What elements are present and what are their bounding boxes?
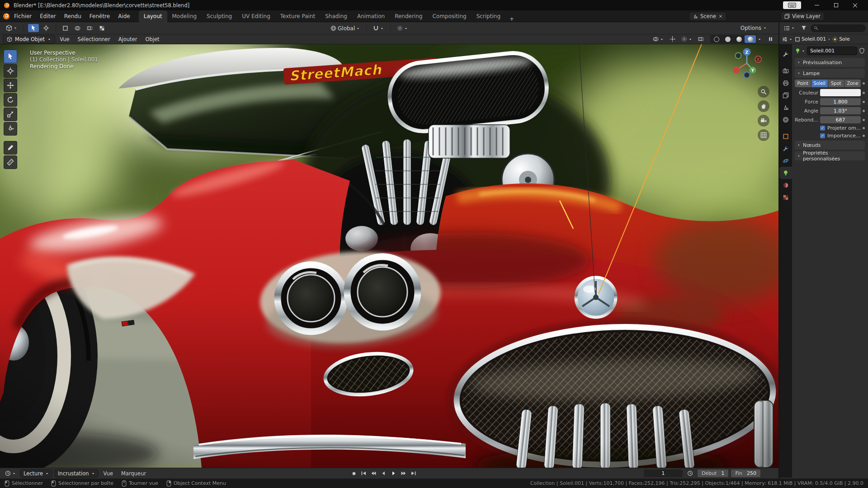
outliner-filter-button[interactable] <box>799 24 809 32</box>
properties-tab-object-data[interactable] <box>779 167 792 179</box>
workspace-tab-rendering[interactable]: Rendering <box>390 10 427 22</box>
shading-rendered-button[interactable] <box>745 35 756 43</box>
viewport-pan-button[interactable] <box>758 100 769 112</box>
menu-aide[interactable]: Aide <box>114 11 134 21</box>
options-dropdown[interactable]: Options <box>738 24 769 32</box>
menu-selectionner[interactable]: Sélectionner <box>74 35 114 44</box>
mode-option-2[interactable] <box>72 24 83 32</box>
light-type-spot[interactable]: Spot <box>828 80 844 87</box>
properties-tab-output[interactable] <box>779 77 792 89</box>
mode-option-3[interactable] <box>85 24 95 32</box>
mode-option-1[interactable] <box>60 24 71 32</box>
properties-tab-world[interactable] <box>779 113 792 126</box>
multiple-importance-checkbox[interactable]: Importance... <box>820 133 861 139</box>
toolbar-rotate[interactable] <box>4 93 17 107</box>
gizmos-toggle[interactable] <box>667 35 678 43</box>
light-datablock-menu[interactable] <box>795 48 805 54</box>
shading-dropdown-icon[interactable] <box>758 38 761 41</box>
properties-tab-scene[interactable] <box>779 101 792 113</box>
current-frame-field[interactable]: 1 <box>644 469 683 477</box>
viewport-ortho-button[interactable] <box>758 129 769 141</box>
toolbar-3d-cursor[interactable] <box>4 64 17 78</box>
properties-tab-physics[interactable] <box>779 155 792 167</box>
angle-field[interactable]: 1.03° <box>820 107 861 114</box>
animate-dot[interactable] <box>863 119 865 121</box>
light-type-point[interactable]: Point <box>795 80 811 87</box>
toolbar-transform[interactable] <box>4 122 17 136</box>
header-pause-button[interactable] <box>765 35 776 43</box>
jump-to-start-button[interactable] <box>359 469 368 478</box>
properties-tab-object[interactable] <box>779 130 792 142</box>
unlink-scene-icon[interactable] <box>718 14 723 19</box>
toolbar-select-box[interactable] <box>4 50 17 63</box>
mode-option-4[interactable] <box>97 24 107 32</box>
tool-tweak[interactable] <box>41 24 52 32</box>
toolbar-annotate[interactable] <box>4 141 17 155</box>
menu-fichier[interactable]: Fichier <box>10 11 36 21</box>
proportional-editing-toggle[interactable] <box>395 24 410 32</box>
menu-ajouter[interactable]: Ajouter <box>115 35 141 44</box>
minimize-button[interactable] <box>807 0 826 10</box>
light-color-swatch[interactable] <box>820 89 861 96</box>
light-type-zone[interactable]: Zone <box>844 80 861 87</box>
play-reverse-button[interactable] <box>379 469 388 478</box>
timeline-menu-vue[interactable]: Vue <box>100 469 116 478</box>
editor-type-selector[interactable] <box>4 24 19 32</box>
snap-toggle[interactable] <box>371 24 386 32</box>
breadcrumb-object-name[interactable]: Soleil.001 <box>802 36 826 42</box>
workspace-tab-sculpting[interactable]: Sculpting <box>202 10 237 22</box>
toolbar-measure[interactable] <box>4 155 17 169</box>
workspace-tab-animation[interactable]: Animation <box>352 10 390 22</box>
menu-rendu[interactable]: Rendu <box>60 11 85 21</box>
add-workspace-button[interactable]: + <box>505 16 518 22</box>
datablock-name-field[interactable]: Soleil.001 <box>807 47 857 55</box>
properties-editor-selector[interactable] <box>781 36 793 42</box>
object-visibility-dropdown[interactable] <box>651 35 666 43</box>
outliner-search-input[interactable] <box>811 24 866 32</box>
light-type-soleil[interactable]: Soleil <box>811 80 828 87</box>
preview-range-button[interactable] <box>685 469 695 478</box>
toolbar-move[interactable] <box>4 79 17 92</box>
panel-noeuds[interactable]: Nœuds <box>795 141 865 150</box>
timeline-editor-selector[interactable] <box>3 469 18 477</box>
viewport-camera-button[interactable] <box>758 115 769 127</box>
keyboard-layout-icon[interactable] <box>783 1 801 9</box>
scene-selector[interactable]: Scene <box>689 12 726 21</box>
properties-tab-constraints[interactable] <box>779 142 792 155</box>
properties-tab-texture[interactable] <box>779 191 792 203</box>
playback-dropdown[interactable]: Lecture <box>20 469 52 478</box>
shading-wireframe-button[interactable] <box>711 35 722 43</box>
jump-to-end-button[interactable] <box>409 469 418 478</box>
outliner-editor-selector[interactable] <box>782 24 797 32</box>
viewport-zoom-button[interactable] <box>758 86 769 98</box>
frame-end-field[interactable]: Fin 250 <box>731 469 760 477</box>
workspace-tab-shading[interactable]: Shading <box>320 10 352 22</box>
menu-fenetre[interactable]: Fenêtre <box>85 11 114 21</box>
transform-orientation-dropdown[interactable]: Global <box>328 24 362 33</box>
toolbar-scale[interactable] <box>4 108 17 121</box>
strength-field[interactable]: 1.800 <box>820 98 861 105</box>
panel-lampe[interactable]: Lampe <box>795 69 865 78</box>
workspace-tab-compositing[interactable]: Compositing <box>427 10 471 22</box>
timeline-menu-marqueur[interactable]: Marqueur <box>118 469 149 478</box>
keying-dropdown[interactable]: Incrustation <box>54 469 99 478</box>
3d-viewport[interactable]: StreetMach User Perspective (1) Coll <box>0 44 778 468</box>
mode-selector[interactable]: Mode Objet <box>3 35 55 44</box>
menu-editer[interactable]: Éditer <box>36 11 60 21</box>
menu-objet[interactable]: Objet <box>142 35 163 44</box>
panel-previsualisation[interactable]: Prévisualisation <box>795 58 865 67</box>
workspace-tab-uv-editing[interactable]: UV Editing <box>237 10 275 22</box>
properties-tab-tool[interactable] <box>779 48 792 60</box>
overlays-toggle[interactable] <box>679 35 694 43</box>
animate-dot[interactable] <box>863 82 865 84</box>
workspace-tab-scripting[interactable]: Scripting <box>472 10 505 22</box>
next-keyframe-button[interactable] <box>399 469 408 478</box>
animate-dot[interactable] <box>863 110 865 112</box>
cast-shadow-checkbox[interactable]: Projeter om... <box>820 125 861 131</box>
properties-tab-view-layer[interactable] <box>779 89 792 101</box>
bounces-field[interactable]: 687 <box>820 116 861 123</box>
shading-solid-button[interactable] <box>722 35 733 43</box>
xray-toggle[interactable] <box>696 35 706 43</box>
prev-keyframe-button[interactable] <box>369 469 378 478</box>
workspace-tab-layout[interactable]: Layout <box>139 10 167 22</box>
